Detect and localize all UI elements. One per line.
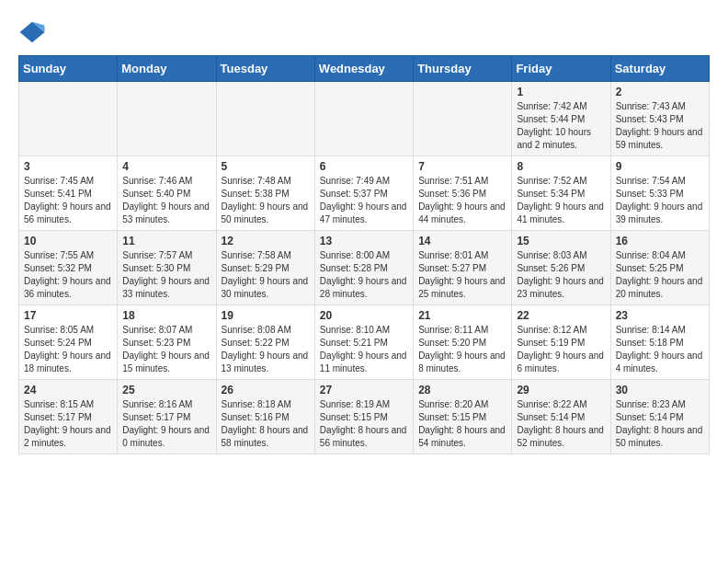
day-number: 2 [616, 86, 704, 98]
calendar-cell: 22Sunrise: 8:12 AM Sunset: 5:19 PM Dayli… [512, 305, 610, 380]
calendar-week-1: 1Sunrise: 7:42 AM Sunset: 5:44 PM Daylig… [19, 82, 710, 156]
day-number: 18 [122, 309, 210, 322]
day-number: 16 [616, 235, 704, 247]
day-info: Sunrise: 7:42 AM Sunset: 5:44 PM Dayligh… [517, 100, 605, 152]
calendar-cell: 28Sunrise: 8:20 AM Sunset: 5:15 PM Dayli… [414, 380, 512, 454]
calendar-cell: 18Sunrise: 8:07 AM Sunset: 5:23 PM Dayli… [118, 305, 216, 380]
calendar-cell: 20Sunrise: 8:10 AM Sunset: 5:21 PM Dayli… [314, 305, 413, 380]
day-info: Sunrise: 8:11 AM Sunset: 5:20 PM Dayligh… [418, 324, 506, 375]
day-number: 5 [222, 160, 310, 173]
calendar-cell: 25Sunrise: 8:16 AM Sunset: 5:17 PM Dayli… [118, 380, 216, 454]
day-number: 27 [320, 384, 408, 396]
day-number: 14 [418, 235, 506, 247]
day-info: Sunrise: 7:57 AM Sunset: 5:30 PM Dayligh… [122, 249, 210, 301]
weekday-header-row: SundayMondayTuesdayWednesdayThursdayFrid… [19, 56, 710, 82]
day-info: Sunrise: 8:14 AM Sunset: 5:18 PM Dayligh… [616, 324, 704, 375]
day-info: Sunrise: 8:18 AM Sunset: 5:16 PM Dayligh… [222, 398, 310, 450]
calendar-cell: 16Sunrise: 8:04 AM Sunset: 5:25 PM Dayli… [610, 231, 709, 305]
day-info: Sunrise: 7:58 AM Sunset: 5:29 PM Dayligh… [222, 249, 310, 301]
calendar-cell [19, 82, 118, 156]
day-number: 17 [24, 309, 112, 322]
day-number: 23 [616, 309, 704, 322]
page-header [18, 18, 710, 46]
day-info: Sunrise: 7:55 AM Sunset: 5:32 PM Dayligh… [24, 249, 112, 301]
day-number: 4 [122, 160, 210, 173]
weekday-header-thursday: Thursday [414, 56, 512, 82]
calendar-week-4: 17Sunrise: 8:05 AM Sunset: 5:24 PM Dayli… [19, 305, 710, 380]
calendar-week-2: 3Sunrise: 7:45 AM Sunset: 5:41 PM Daylig… [19, 156, 710, 231]
day-number: 22 [517, 309, 605, 322]
logo [18, 18, 50, 46]
logo-icon [18, 18, 46, 46]
calendar-cell: 6Sunrise: 7:49 AM Sunset: 5:37 PM Daylig… [314, 156, 413, 231]
day-number: 9 [616, 160, 704, 173]
calendar-cell: 24Sunrise: 8:15 AM Sunset: 5:17 PM Dayli… [19, 380, 118, 454]
calendar-cell: 1Sunrise: 7:42 AM Sunset: 5:44 PM Daylig… [512, 82, 610, 156]
calendar-cell: 9Sunrise: 7:54 AM Sunset: 5:33 PM Daylig… [610, 156, 709, 231]
calendar-week-5: 24Sunrise: 8:15 AM Sunset: 5:17 PM Dayli… [19, 380, 710, 454]
day-info: Sunrise: 7:52 AM Sunset: 5:34 PM Dayligh… [517, 175, 605, 226]
day-info: Sunrise: 8:08 AM Sunset: 5:22 PM Dayligh… [222, 324, 310, 375]
calendar-cell: 15Sunrise: 8:03 AM Sunset: 5:26 PM Dayli… [512, 231, 610, 305]
calendar-week-3: 10Sunrise: 7:55 AM Sunset: 5:32 PM Dayli… [19, 231, 710, 305]
weekday-header-saturday: Saturday [610, 56, 709, 82]
day-info: Sunrise: 8:20 AM Sunset: 5:15 PM Dayligh… [418, 398, 506, 450]
day-number: 21 [418, 309, 506, 322]
day-info: Sunrise: 8:05 AM Sunset: 5:24 PM Dayligh… [24, 324, 112, 375]
day-number: 25 [122, 384, 210, 396]
calendar-header: SundayMondayTuesdayWednesdayThursdayFrid… [19, 56, 710, 82]
day-number: 26 [222, 384, 310, 396]
calendar-cell: 13Sunrise: 8:00 AM Sunset: 5:28 PM Dayli… [314, 231, 413, 305]
day-info: Sunrise: 8:07 AM Sunset: 5:23 PM Dayligh… [122, 324, 210, 375]
day-number: 15 [517, 235, 605, 247]
calendar-cell [118, 82, 216, 156]
day-info: Sunrise: 7:48 AM Sunset: 5:38 PM Dayligh… [222, 175, 310, 226]
calendar-cell: 5Sunrise: 7:48 AM Sunset: 5:38 PM Daylig… [216, 156, 314, 231]
calendar-cell [216, 82, 314, 156]
day-info: Sunrise: 8:00 AM Sunset: 5:28 PM Dayligh… [320, 249, 408, 301]
calendar-table: SundayMondayTuesdayWednesdayThursdayFrid… [18, 55, 710, 454]
day-info: Sunrise: 8:19 AM Sunset: 5:15 PM Dayligh… [320, 398, 408, 450]
day-info: Sunrise: 7:46 AM Sunset: 5:40 PM Dayligh… [122, 175, 210, 226]
day-number: 8 [517, 160, 605, 173]
day-number: 6 [320, 160, 408, 173]
day-number: 10 [24, 235, 112, 247]
weekday-header-monday: Monday [118, 56, 216, 82]
calendar-cell: 11Sunrise: 7:57 AM Sunset: 5:30 PM Dayli… [118, 231, 216, 305]
day-info: Sunrise: 7:49 AM Sunset: 5:37 PM Dayligh… [320, 175, 408, 226]
weekday-header-friday: Friday [512, 56, 610, 82]
calendar-cell: 3Sunrise: 7:45 AM Sunset: 5:41 PM Daylig… [19, 156, 118, 231]
calendar-cell: 21Sunrise: 8:11 AM Sunset: 5:20 PM Dayli… [414, 305, 512, 380]
day-info: Sunrise: 8:23 AM Sunset: 5:14 PM Dayligh… [616, 398, 704, 450]
day-info: Sunrise: 7:54 AM Sunset: 5:33 PM Dayligh… [616, 175, 704, 226]
day-number: 20 [320, 309, 408, 322]
day-info: Sunrise: 7:51 AM Sunset: 5:36 PM Dayligh… [418, 175, 506, 226]
day-info: Sunrise: 8:12 AM Sunset: 5:19 PM Dayligh… [517, 324, 605, 375]
day-number: 1 [517, 86, 605, 98]
day-info: Sunrise: 8:04 AM Sunset: 5:25 PM Dayligh… [616, 249, 704, 301]
weekday-header-wednesday: Wednesday [314, 56, 413, 82]
calendar-cell: 29Sunrise: 8:22 AM Sunset: 5:14 PM Dayli… [512, 380, 610, 454]
calendar-cell: 23Sunrise: 8:14 AM Sunset: 5:18 PM Dayli… [610, 305, 709, 380]
day-number: 7 [418, 160, 506, 173]
calendar-cell: 17Sunrise: 8:05 AM Sunset: 5:24 PM Dayli… [19, 305, 118, 380]
weekday-header-tuesday: Tuesday [216, 56, 314, 82]
day-info: Sunrise: 7:43 AM Sunset: 5:43 PM Dayligh… [616, 100, 704, 152]
calendar-cell: 12Sunrise: 7:58 AM Sunset: 5:29 PM Dayli… [216, 231, 314, 305]
calendar-cell: 7Sunrise: 7:51 AM Sunset: 5:36 PM Daylig… [414, 156, 512, 231]
day-number: 12 [222, 235, 310, 247]
calendar-cell [314, 82, 413, 156]
calendar-cell: 2Sunrise: 7:43 AM Sunset: 5:43 PM Daylig… [610, 82, 709, 156]
day-number: 3 [24, 160, 112, 173]
calendar-cell: 8Sunrise: 7:52 AM Sunset: 5:34 PM Daylig… [512, 156, 610, 231]
day-number: 24 [24, 384, 112, 396]
day-number: 28 [418, 384, 506, 396]
day-info: Sunrise: 7:45 AM Sunset: 5:41 PM Dayligh… [24, 175, 112, 226]
calendar-cell: 27Sunrise: 8:19 AM Sunset: 5:15 PM Dayli… [314, 380, 413, 454]
day-info: Sunrise: 8:22 AM Sunset: 5:14 PM Dayligh… [517, 398, 605, 450]
calendar-body: 1Sunrise: 7:42 AM Sunset: 5:44 PM Daylig… [19, 82, 710, 454]
calendar-cell: 26Sunrise: 8:18 AM Sunset: 5:16 PM Dayli… [216, 380, 314, 454]
day-number: 19 [222, 309, 310, 322]
calendar-cell: 14Sunrise: 8:01 AM Sunset: 5:27 PM Dayli… [414, 231, 512, 305]
day-info: Sunrise: 8:16 AM Sunset: 5:17 PM Dayligh… [122, 398, 210, 450]
